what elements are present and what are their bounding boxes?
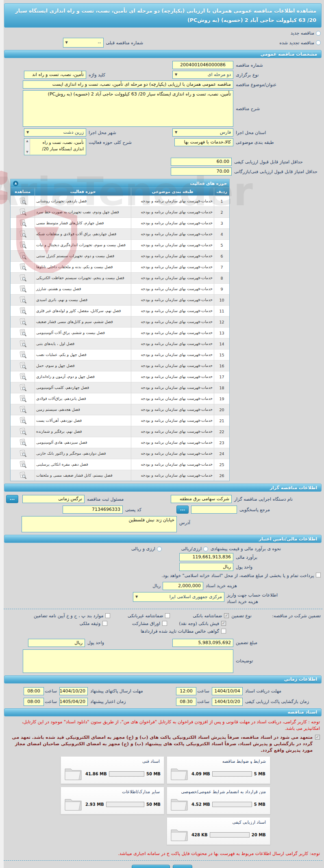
document-card[interactable]: سایر مدارک/اطلاعات 2.93 MB 50 MB [61,787,164,814]
document-card[interactable]: اسناد ارزیابی کیفی 428 KB 20 MB [167,817,270,845]
row-view-cell [11,393,35,404]
currency2-field[interactable]: ریال [28,639,85,647]
min-quality-score-field[interactable]: 60.00 [171,158,232,166]
view-document-icon[interactable] [19,450,27,457]
view-document-icon[interactable] [19,296,27,304]
registrar-field[interactable]: نرگس زمانی [22,495,85,503]
row-view-cell [11,426,35,437]
bank-guarantee-checkbox[interactable] [224,613,229,618]
subject-field[interactable]: مناقصه عمومی همزمان با ارزیابی (یکپارچه)… [23,80,233,89]
validity-time-field[interactable]: 08:00 [24,698,44,706]
receive-deadline-time-field[interactable]: 12:00 [176,687,196,695]
min-technical-score-field[interactable]: 70.00 [171,167,232,176]
view-document-icon[interactable] [19,373,27,380]
province-select[interactable]: فارس▼ [172,128,233,137]
scroll-up-icon[interactable]: ▲ [26,139,28,143]
view-document-icon[interactable] [19,406,27,413]
col-category-header: طبقه بندی موضوعی [131,188,214,195]
nonbank-guarantee-checkbox[interactable] [165,613,170,618]
bonds-checkbox[interactable] [162,621,167,626]
view-document-icon[interactable] [19,461,27,468]
category-field[interactable]: کالا،خدمات با فهرست بها [174,138,233,146]
row-index: 16 [214,360,229,371]
view-document-icon[interactable] [19,428,27,435]
view-document-icon[interactable] [19,439,27,446]
contact-field[interactable] [191,506,237,514]
folder-icon[interactable] [64,766,82,782]
folder-icon[interactable] [170,827,188,843]
document-card[interactable]: شرایط و ضوابط مناقصه 4.09 MB 5 MB [167,756,270,784]
row-index: 17 [214,371,229,382]
folder-icon[interactable] [170,766,188,782]
view-document-icon[interactable] [19,263,27,271]
row-category: خدمات-فهرست بهای سازمان برنامه و بودجه [131,328,214,338]
row-category: خدمات-فهرست بهای سازمان برنامه و بودجه [131,306,214,316]
net-claims-checkbox[interactable] [221,629,226,634]
row-category: خدمات-فهرست بهای سازمان برنامه و بودجه [131,295,214,305]
view-document-icon[interactable] [19,417,27,424]
keyword-field[interactable]: تأمین، نصب، تست و راه اند [24,71,86,79]
folder-icon[interactable] [64,796,82,813]
view-document-icon[interactable] [19,318,27,326]
opening-time-field[interactable]: 08:30 [176,698,196,706]
prev-tender-number-select[interactable]: --▼ [63,38,104,48]
treasury-checkbox[interactable] [316,573,321,577]
view-document-icon[interactable] [19,472,27,479]
validity-date-field[interactable]: 1405/04/20 [59,698,88,706]
property-collateral-checkbox[interactable] [102,621,107,626]
view-document-icon[interactable] [19,274,27,282]
view-document-icon[interactable] [19,384,27,391]
city-select[interactable]: زرین دشت▼ [24,128,86,137]
address-textarea[interactable]: خیابان زند نبش فلسطین [22,516,177,532]
account-select[interactable]: مرکزی جمهوری اسلامی ایرا▼ [133,592,224,602]
view-document-icon[interactable] [19,230,27,238]
opening-date-field[interactable]: 1404/10/20 [212,698,243,706]
estimate-field[interactable]: 119,661,913,836 [179,553,233,561]
commitment-checkbox[interactable] [315,735,320,740]
collapse-up-icon[interactable]: ▲ [13,181,18,186]
bank-receipt-checkbox[interactable] [221,621,226,626]
renewed-tender-radio[interactable] [316,40,321,45]
view-document-icon[interactable] [19,219,27,227]
uploaded-size: 41.86 MB [85,772,107,776]
print-button[interactable]: چاپ [173,865,192,868]
activity-summary-textarea[interactable]: تأمین، نصب، تست و راه اندازی ایستگاه سیا… [24,138,86,155]
currency-field[interactable]: ریال [179,563,233,571]
registrar-more-button[interactable]: ... [6,495,18,503]
submit-deadline-time-field[interactable]: 08:00 [24,687,44,695]
view-document-icon[interactable] [19,362,27,369]
document-card[interactable]: متن قرارداد به انضمام شرایط عمومی/خصوصی … [167,787,270,814]
textarea-scrollbar[interactable]: ▲▼ [25,139,30,154]
view-document-icon[interactable] [19,351,27,358]
notes-textarea[interactable] [23,649,233,673]
bylaw-cases-checkbox[interactable] [105,613,110,618]
agency-field[interactable]: شرکت سهامی برق منطقه [171,495,232,503]
receive-deadline-date-field[interactable]: 1404/10/04 [212,687,243,695]
view-document-icon[interactable] [19,252,27,260]
tender-number-field[interactable]: 2004001046000086 [172,61,233,69]
guarantee-amount-field[interactable]: 5,983,095,692 [172,639,233,647]
view-document-icon[interactable] [19,340,27,347]
postal-code-field[interactable]: 7134696333 [63,506,123,514]
view-document-icon[interactable] [19,197,27,205]
view-document-icon[interactable] [19,285,27,293]
view-document-icon[interactable] [19,241,27,249]
row-view-cell [11,273,35,283]
contact-more-button[interactable]: ... [176,506,189,514]
scroll-down-icon[interactable]: ▼ [26,150,28,154]
both-currency-radio[interactable] [157,547,162,551]
doc-fee-field[interactable]: 2,000,000 [163,582,203,590]
view-document-icon[interactable] [19,208,27,216]
document-card[interactable]: اسناد فنی 41.86 MB 50 MB [61,756,164,784]
description-textarea[interactable]: تأمین، نصب، تست و راه اندازی ایستگاه سیا… [23,90,233,127]
row-view-cell [11,371,35,382]
new-tender-radio[interactable] [316,31,321,36]
view-document-icon[interactable] [19,307,27,315]
rial-radio[interactable] [203,547,208,551]
back-button[interactable]: بازگشت [132,865,170,868]
process-type-select[interactable]: دو مرحله ای▼ [172,71,233,79]
view-document-icon[interactable] [19,395,27,402]
folder-icon[interactable] [170,796,188,813]
submit-deadline-date-field[interactable]: 1404/10/20 [59,687,88,695]
view-document-icon[interactable] [19,329,27,336]
